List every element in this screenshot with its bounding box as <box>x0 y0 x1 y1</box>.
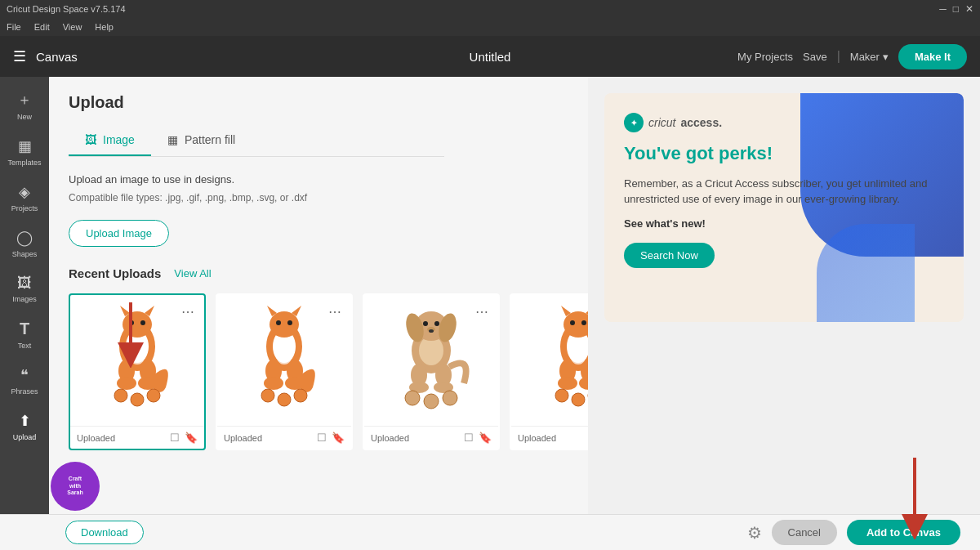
my-projects-link[interactable]: My Projects <box>737 51 793 63</box>
edit-menu[interactable]: Edit <box>34 22 50 32</box>
bookmark-icon-2[interactable]: 🔖 <box>332 432 345 444</box>
header-left: ☰ Canvas <box>13 47 78 65</box>
right-panel: ✦ cricut access. You've got perks! Remem… <box>588 77 980 550</box>
sidebar-label-text: Text <box>18 342 32 350</box>
edit-icon-2[interactable]: ☐ <box>317 432 327 444</box>
phrases-icon: ❝ <box>20 366 29 384</box>
sidebar-label-images: Images <box>12 295 37 303</box>
sidebar-item-images[interactable]: 🖼 Images <box>0 268 49 310</box>
help-menu[interactable]: Help <box>95 22 114 32</box>
minimize-button[interactable]: ─ <box>939 3 947 15</box>
edit-icon-3[interactable]: ☐ <box>464 432 474 444</box>
svg-point-2 <box>122 311 152 338</box>
cat-svg-2 <box>231 302 337 420</box>
svg-point-52 <box>570 320 575 325</box>
svg-point-57 <box>579 377 588 390</box>
sidebar-item-projects[interactable]: ◈ Projects <box>0 177 49 219</box>
svg-point-27 <box>276 345 292 364</box>
sidebar-label-phrases: Phrases <box>11 387 38 396</box>
recent-uploads-header: Recent Uploads View All <box>69 266 568 280</box>
watermark: Craft with Sarah <box>51 462 100 511</box>
page-title: Upload <box>69 93 568 112</box>
sidebar-item-new[interactable]: ＋ New <box>0 83 49 127</box>
cricut-logo: ✦ cricut access. <box>624 113 944 132</box>
upload-description: Upload an image to use in designs. <box>69 173 568 186</box>
download-button[interactable]: Download <box>65 521 144 544</box>
svg-point-18 <box>270 311 299 338</box>
make-it-button[interactable]: Make It <box>898 44 967 69</box>
image-tab-label: Image <box>103 133 135 146</box>
upload-icon: ⬆ <box>19 412 31 430</box>
tab-image[interactable]: 🖼 Image <box>69 125 151 156</box>
svg-point-36 <box>423 321 428 326</box>
bookmark-icon-1[interactable]: 🔖 <box>185 432 198 444</box>
close-button[interactable]: ✕ <box>965 3 973 15</box>
maximize-button[interactable]: □ <box>953 3 959 15</box>
window-controls[interactable]: ─ □ ✕ <box>939 3 973 15</box>
upload-card-4[interactable]: ⋯ <box>510 293 588 450</box>
card-menu-3[interactable]: ⋯ <box>472 302 492 321</box>
hamburger-icon[interactable]: ☰ <box>13 47 26 65</box>
card-label-1: Uploaded <box>77 433 115 443</box>
sidebar-item-text[interactable]: T Text <box>0 313 49 356</box>
recent-uploads-title: Recent Uploads <box>69 266 161 280</box>
svg-point-13 <box>114 389 127 402</box>
bookmark-icon-3[interactable]: 🔖 <box>479 432 492 444</box>
cricut-cta: See what's new! <box>624 217 944 230</box>
sidebar-item-templates[interactable]: ▦ Templates <box>0 131 49 173</box>
tab-pattern-fill[interactable]: ▦ Pattern fill <box>151 125 252 156</box>
svg-point-12 <box>129 345 145 364</box>
card-actions-2: ☐ 🔖 <box>317 432 345 444</box>
svg-point-29 <box>278 393 291 406</box>
save-button[interactable]: Save <box>803 51 827 63</box>
upload-card-3[interactable]: ⋯ <box>363 293 500 450</box>
image-tab-icon: 🖼 <box>85 133 96 146</box>
svg-point-45 <box>424 394 439 409</box>
card-menu-1[interactable]: ⋯ <box>178 302 198 321</box>
sidebar-item-upload[interactable]: ⬆ Upload <box>0 405 49 448</box>
card-label-3: Uploaded <box>371 433 409 443</box>
sidebar-label-projects: Projects <box>11 204 38 212</box>
menu-bar: File Edit View Help <box>0 18 980 36</box>
svg-point-30 <box>294 389 307 402</box>
maker-label: Maker <box>850 51 880 63</box>
svg-point-7 <box>135 326 140 329</box>
add-to-canvas-button[interactable]: Add to Canvas <box>847 520 960 545</box>
cricut-access-card: ✦ cricut access. You've got perks! Remem… <box>604 93 964 322</box>
svg-point-39 <box>429 329 434 333</box>
templates-icon: ▦ <box>18 137 32 155</box>
search-now-button[interactable]: Search Now <box>624 243 715 268</box>
uploads-grid: ⋯ <box>69 293 568 450</box>
edit-icon-1[interactable]: ☐ <box>170 432 180 444</box>
cancel-button[interactable]: Cancel <box>772 520 837 545</box>
upload-card-2[interactable]: ⋯ <box>216 293 353 450</box>
view-all-link[interactable]: View All <box>174 267 211 279</box>
view-menu[interactable]: View <box>63 22 82 32</box>
header-right: My Projects Save | Maker ▾ Make It <box>737 44 967 69</box>
svg-point-56 <box>558 377 577 390</box>
card-footer-4: Uploaded ☐ 🔖 <box>511 426 588 449</box>
bottom-right: ⚙ Cancel Add to Canvas <box>747 520 960 545</box>
card-menu-2[interactable]: ⋯ <box>325 302 345 321</box>
watermark-line1: Craft <box>69 476 82 482</box>
sidebar-label-shapes: Shapes <box>12 250 38 258</box>
cricut-headline: You've got perks! <box>624 142 944 166</box>
svg-point-14 <box>131 393 144 406</box>
file-menu[interactable]: File <box>7 22 21 32</box>
main-layout: ＋ New ▦ Templates ◈ Projects ◯ Shapes 🖼 … <box>0 77 980 550</box>
app-title: Cricut Design Space v7.5.174 <box>7 4 126 14</box>
shapes-icon: ◯ <box>16 229 33 247</box>
upload-card-1[interactable]: ⋯ <box>69 293 206 450</box>
cat-svg-4 <box>525 302 588 420</box>
cricut-access-text: access. <box>680 116 722 129</box>
pattern-fill-tab-label: Pattern fill <box>185 133 235 146</box>
upload-content: Upload 🖼 Image ▦ Pattern fill Upload an … <box>49 77 588 550</box>
sidebar-item-phrases[interactable]: ❝ Phrases <box>0 360 49 402</box>
dog-svg <box>378 302 484 420</box>
maker-dropdown[interactable]: Maker ▾ <box>850 51 889 63</box>
sidebar-item-shapes[interactable]: ◯ Shapes <box>0 222 49 265</box>
svg-point-46 <box>443 391 457 405</box>
upload-image-button[interactable]: Upload Image <box>69 220 169 247</box>
projects-icon: ◈ <box>19 183 30 201</box>
chevron-down-icon: ▾ <box>883 51 889 63</box>
